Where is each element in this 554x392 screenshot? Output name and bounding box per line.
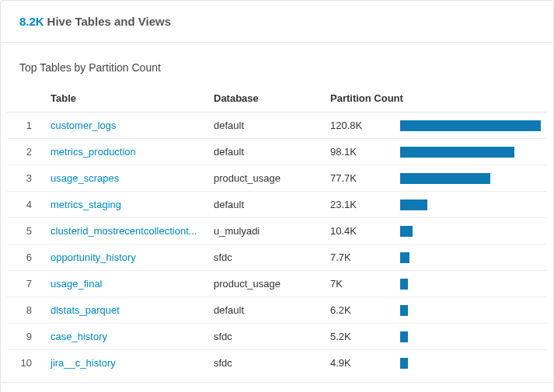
col-count: Partition Count <box>324 85 547 113</box>
row-rank: 1 <box>7 113 44 139</box>
row-count: 7.7K <box>324 245 394 271</box>
row-table: metrics_staging <box>44 192 207 218</box>
row-table: customer_logs <box>44 113 207 139</box>
bar-wrap <box>400 226 541 237</box>
table-link[interactable]: customer_logs <box>51 120 117 131</box>
table-row: 6opportunity_historysfdc7.7K <box>7 245 547 271</box>
row-bar-cell <box>394 245 547 271</box>
row-bar-cell <box>394 350 547 376</box>
table-row: 9case_historysfdc5.2K <box>7 324 547 350</box>
row-count: 4.9K <box>324 350 394 376</box>
row-table: metrics_production <box>44 139 207 165</box>
row-database: default <box>207 139 324 165</box>
row-rank: 4 <box>7 192 44 218</box>
row-table: jira__c_history <box>44 350 207 376</box>
row-count: 77.7K <box>324 165 394 192</box>
bar-wrap <box>400 120 541 131</box>
row-rank: 7 <box>7 271 44 297</box>
bar-wrap <box>400 173 541 184</box>
card-title: Hive Tables and Views <box>47 15 172 28</box>
row-bar-cell <box>394 218 547 245</box>
table-row: 7usage_finalproduct_usage7K <box>7 271 547 297</box>
bar-wrap <box>400 331 541 342</box>
row-database: default <box>207 192 324 218</box>
table-row: 1customer_logsdefault120.8K <box>7 113 547 139</box>
partition-bar <box>400 252 409 263</box>
table-row: 5clusterid_mostrecentcollectiont...u_mul… <box>7 218 547 245</box>
partition-bar <box>400 226 413 237</box>
card-header: 8.2K Hive Tables and Views <box>1 1 553 43</box>
table-row: 8dlstats_parquetdefault6.2K <box>7 297 547 324</box>
table-link[interactable]: clusterid_mostrecentcollectiont... <box>51 225 197 237</box>
row-count: 120.8K <box>324 113 394 139</box>
row-bar-cell <box>394 139 547 165</box>
row-table: usage_scrapes <box>44 165 207 192</box>
row-rank: 5 <box>7 218 44 245</box>
tables-card: 8.2K Hive Tables and Views Top Tables by… <box>0 0 554 392</box>
table-link[interactable]: opportunity_history <box>51 252 136 263</box>
row-count: 98.1K <box>324 139 394 165</box>
col-rank <box>7 85 44 113</box>
row-rank: 6 <box>7 245 44 271</box>
table-link[interactable]: jira__c_history <box>51 357 116 369</box>
partition-bar <box>400 199 427 210</box>
partition-bar <box>400 279 408 290</box>
table-link[interactable]: usage_scrapes <box>51 172 119 184</box>
row-database: sfdc <box>207 245 324 271</box>
row-count: 23.1K <box>324 192 394 218</box>
row-rank: 8 <box>7 297 44 324</box>
bar-wrap <box>400 147 541 158</box>
partition-bar <box>400 173 490 184</box>
bar-wrap <box>400 252 541 263</box>
row-bar-cell <box>394 113 547 139</box>
bar-wrap <box>400 199 541 210</box>
row-rank: 10 <box>7 350 44 376</box>
row-table: usage_final <box>44 271 207 297</box>
table-link[interactable]: dlstats_parquet <box>51 304 120 316</box>
card-footer <box>1 382 553 392</box>
partition-bar <box>400 147 514 158</box>
top-tables-table: Table Database Partition Count 1customer… <box>7 85 547 376</box>
table-row: 2metrics_productiondefault98.1K <box>7 139 547 165</box>
row-database: u_mulyadi <box>207 218 324 245</box>
table-row: 3usage_scrapesproduct_usage77.7K <box>7 165 547 192</box>
row-rank: 9 <box>7 324 44 350</box>
partition-bar <box>400 120 541 131</box>
total-count: 8.2K <box>19 15 44 28</box>
row-count: 5.2K <box>324 324 394 350</box>
row-rank: 2 <box>7 139 44 165</box>
row-count: 7K <box>324 271 394 297</box>
col-database: Database <box>207 85 324 113</box>
row-rank: 3 <box>7 165 44 192</box>
table-header-row: Table Database Partition Count <box>7 85 547 113</box>
row-bar-cell <box>394 271 547 297</box>
partition-bar <box>400 358 408 369</box>
row-bar-cell <box>394 324 547 350</box>
row-database: default <box>207 113 324 139</box>
row-database: sfdc <box>207 324 324 350</box>
section-title: Top Tables by Partition Count <box>1 43 553 85</box>
partition-bar <box>400 305 408 316</box>
row-bar-cell <box>394 165 547 192</box>
row-database: product_usage <box>207 271 324 297</box>
row-bar-cell <box>394 192 547 218</box>
bar-wrap <box>400 358 541 369</box>
table-link[interactable]: metrics_staging <box>51 199 121 210</box>
table-row: 10jira__c_historysfdc4.9K <box>7 350 547 376</box>
row-database: default <box>207 297 324 324</box>
row-count: 10.4K <box>324 218 394 245</box>
row-table: case_history <box>44 324 207 350</box>
row-database: product_usage <box>207 165 324 192</box>
row-table: opportunity_history <box>44 245 207 271</box>
table-row: 4metrics_stagingdefault23.1K <box>7 192 547 218</box>
partition-bar <box>400 331 408 342</box>
table-link[interactable]: metrics_production <box>51 146 136 158</box>
row-table: clusterid_mostrecentcollectiont... <box>44 218 207 245</box>
table-link[interactable]: usage_final <box>51 278 103 290</box>
row-bar-cell <box>394 297 547 324</box>
row-count: 6.2K <box>324 297 394 324</box>
row-table: dlstats_parquet <box>44 297 207 324</box>
row-database: sfdc <box>207 350 324 376</box>
table-link[interactable]: case_history <box>51 331 107 342</box>
col-table: Table <box>44 85 207 113</box>
